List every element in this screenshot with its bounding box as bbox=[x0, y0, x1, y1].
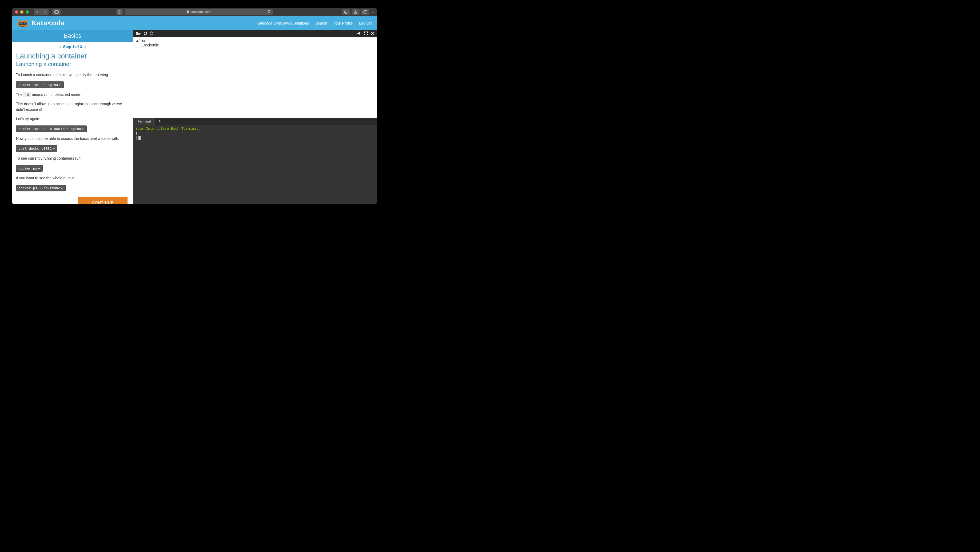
terminal-greeting: Your Interactive Bash Terminal. bbox=[135, 126, 375, 131]
code-block[interactable]: docker run -d -p 8081:80 nginx↩ bbox=[16, 126, 87, 132]
browser-window: katacoda.com + bbox=[12, 8, 377, 204]
refresh-icon[interactable] bbox=[143, 32, 147, 36]
minimize-window-button[interactable] bbox=[20, 10, 24, 14]
tabs-button[interactable] bbox=[361, 9, 369, 15]
logo-text: Kata<oda bbox=[32, 19, 65, 27]
continue-button[interactable]: CONTINUE bbox=[78, 197, 127, 204]
add-terminal-button[interactable]: + bbox=[155, 118, 164, 124]
code-block[interactable]: docker ps↩ bbox=[16, 165, 43, 172]
logo-icon bbox=[16, 19, 29, 28]
browser-right: + bbox=[342, 9, 374, 15]
step-nav: ◀ Step 1 of 3 ▶ bbox=[12, 42, 134, 51]
code-block[interactable]: docker ps --no-trunc↩ bbox=[16, 185, 65, 191]
announce-icon[interactable] bbox=[357, 32, 361, 36]
code-block[interactable]: curl docker:8081↩ bbox=[16, 145, 57, 152]
lesson-subheading: Launching a container bbox=[16, 61, 129, 67]
share-button[interactable] bbox=[352, 9, 360, 15]
lesson-text: The -d means run in detached mode. bbox=[16, 92, 129, 97]
step-next-icon[interactable]: ▶ bbox=[84, 45, 87, 49]
tree-branch-icon bbox=[140, 43, 142, 46]
lesson-panel: Basics ◀ Step 1 of 3 ▶ Launching a conta… bbox=[12, 30, 134, 204]
nav-buttons bbox=[33, 9, 49, 15]
caret-down-icon: ◢ bbox=[136, 39, 138, 42]
expand-all-icon[interactable] bbox=[150, 32, 153, 36]
return-icon: ↩ bbox=[59, 83, 61, 87]
header-nav: Katacoda Overview & Solutions Search You… bbox=[256, 21, 372, 26]
url-bar[interactable]: katacoda.com bbox=[125, 9, 273, 15]
editor-panel: ◢ /files Dockerfile Terminal + Your Inte… bbox=[134, 30, 377, 204]
svg-rect-4 bbox=[364, 11, 366, 13]
terminal-prompt: $ bbox=[135, 131, 138, 135]
nav-profile[interactable]: Your Profile bbox=[333, 21, 353, 26]
new-tab-button[interactable]: + bbox=[372, 10, 374, 15]
tree-folder[interactable]: ◢ /files bbox=[136, 38, 374, 43]
maximize-window-button[interactable] bbox=[25, 10, 29, 14]
return-icon: ↩ bbox=[53, 147, 55, 150]
terminal-tab[interactable]: Terminal bbox=[134, 118, 155, 124]
lesson-text: This doesn't allow us to access our ngin… bbox=[16, 101, 129, 112]
editor-toolbar bbox=[134, 30, 377, 37]
nav-search[interactable]: Search bbox=[315, 21, 327, 26]
downloads-button[interactable] bbox=[342, 9, 350, 15]
file-tree: ◢ /files Dockerfile bbox=[134, 37, 377, 118]
back-button[interactable] bbox=[33, 9, 41, 15]
site-header: Kata<oda Katacoda Overview & Solutions S… bbox=[12, 16, 377, 30]
lesson-title-bar: Basics bbox=[12, 30, 134, 42]
svg-point-7 bbox=[20, 23, 22, 24]
terminal-tabs: Terminal + bbox=[134, 118, 377, 124]
folder-name: /files bbox=[138, 38, 146, 43]
lock-icon bbox=[187, 10, 189, 14]
browser-center: katacoda.com bbox=[116, 9, 273, 15]
lesson-text: To launch a container in docker we speci… bbox=[16, 72, 129, 78]
nav-logout[interactable]: Log Out bbox=[359, 21, 372, 26]
forward-button[interactable] bbox=[41, 9, 49, 15]
terminal-cursor bbox=[138, 136, 141, 140]
step-label: Step 1 of 3 bbox=[63, 45, 82, 49]
fullscreen-icon[interactable] bbox=[364, 32, 368, 36]
lesson-text: Let's try again: bbox=[16, 116, 129, 122]
logo[interactable]: Kata<oda bbox=[16, 19, 65, 28]
return-icon: ↩ bbox=[38, 166, 40, 170]
url-text: katacoda.com bbox=[191, 10, 211, 14]
terminal[interactable]: Your Interactive Bash Terminal. $ $ bbox=[134, 124, 377, 204]
return-icon: ↩ bbox=[61, 186, 64, 190]
svg-point-9 bbox=[372, 33, 373, 34]
lesson-content: Launching a container Launching a contai… bbox=[12, 51, 134, 204]
file-name: Dockerfile bbox=[142, 43, 159, 47]
terminal-prompt: $ bbox=[135, 136, 138, 140]
code-block[interactable]: docker run -d nginx↩ bbox=[16, 81, 64, 88]
return-icon: ↩ bbox=[82, 127, 84, 131]
browser-chrome: katacoda.com + bbox=[12, 8, 377, 16]
lesson-heading: Launching a container bbox=[16, 52, 129, 60]
reload-button[interactable] bbox=[267, 10, 271, 14]
inline-code: -d bbox=[24, 92, 31, 97]
nav-overview[interactable]: Katacoda Overview & Solutions bbox=[256, 21, 309, 26]
step-prev-icon[interactable]: ◀ bbox=[59, 45, 60, 49]
svg-rect-2 bbox=[187, 11, 189, 13]
privacy-shield-button[interactable] bbox=[116, 9, 123, 15]
settings-icon[interactable] bbox=[371, 32, 374, 36]
close-window-button[interactable] bbox=[15, 10, 18, 14]
folder-open-icon[interactable] bbox=[136, 32, 141, 36]
lesson-text: To see currently running containers run: bbox=[16, 156, 129, 161]
svg-point-8 bbox=[24, 23, 25, 24]
svg-rect-0 bbox=[55, 11, 59, 14]
lesson-text: Now you should be able to access the bas… bbox=[16, 136, 129, 142]
sidebar-toggle-button[interactable] bbox=[52, 9, 61, 15]
tree-file[interactable]: Dockerfile bbox=[136, 43, 374, 48]
lesson-text: If you want to see the whole output: bbox=[16, 175, 129, 181]
traffic-lights bbox=[15, 10, 29, 14]
svg-rect-6 bbox=[19, 22, 27, 25]
main-body: Basics ◀ Step 1 of 3 ▶ Launching a conta… bbox=[12, 30, 377, 204]
